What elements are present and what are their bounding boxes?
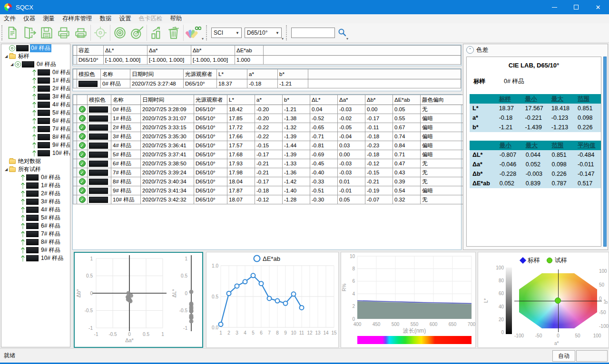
cell: -0.21 <box>255 168 283 177</box>
b-axis-title: b* <box>603 299 609 304</box>
close-button[interactable]: ✕ <box>587 0 609 14</box>
l-axis-tick: 60 <box>492 291 504 296</box>
tree-item[interactable]: 6# 样品 <box>1 222 70 230</box>
search-icon[interactable] <box>338 28 346 38</box>
tree-item[interactable]: ◢标样 <box>1 52 70 60</box>
new-document-button[interactable] <box>4 24 21 42</box>
table-row[interactable]: ✓9# 样品2020/7/25 3:41:34D65/10°17.87-0.18… <box>73 186 463 195</box>
collapse-panel-icon[interactable]: ⌃ <box>466 46 474 54</box>
tree-item[interactable]: 4# 样品 <box>1 101 70 109</box>
tree-item[interactable]: 2# 样品 <box>1 190 70 198</box>
table-row[interactable]: ✓7# 样品2020/7/25 3:39:24D65/10°17.98-0.21… <box>73 168 463 177</box>
calibrate-button[interactable] <box>92 24 109 42</box>
tree-expander-icon[interactable]: ◢ <box>3 167 9 172</box>
panel-scrollbar[interactable] <box>603 57 607 247</box>
print-button[interactable] <box>55 24 72 42</box>
tree-expander-icon[interactable]: ◢ <box>3 54 9 58</box>
measure-sample-button[interactable] <box>128 24 146 42</box>
tree-item[interactable]: 1# 样品 <box>1 77 70 85</box>
svg-text:ΔL*: ΔL* <box>171 288 177 297</box>
arrow-up-icon <box>32 86 37 92</box>
title-bar: SQCX ✕ <box>0 0 609 14</box>
menu-measure[interactable]: 测量 <box>39 14 59 23</box>
tree-item[interactable]: ◢所有试样 <box>1 165 70 173</box>
tree-item[interactable]: 2# 样品 <box>1 85 70 93</box>
minimize-button[interactable] <box>543 0 565 14</box>
menu-instrument[interactable]: 仪器 <box>20 14 39 23</box>
table-row[interactable]: ✓6# 样品2020/7/25 3:38:50D65/10°17.93-0.21… <box>73 159 463 168</box>
color-swatch <box>89 115 108 122</box>
swatch-cell <box>88 177 111 186</box>
tree-item[interactable]: 10# 样品 <box>1 254 70 262</box>
tree-item[interactable]: 3# 样品 <box>1 198 70 206</box>
print-word-button[interactable]: Word <box>72 24 89 42</box>
cell <box>73 186 77 195</box>
diff-cell: b* <box>470 123 496 132</box>
color-card-button[interactable] <box>185 24 202 42</box>
auto-button[interactable]: 自动 <box>552 350 575 362</box>
cell: -0.03 <box>338 168 365 177</box>
illuminant-observer-select[interactable]: D65/10°▼ <box>245 28 282 38</box>
export-button[interactable] <box>21 24 38 42</box>
maximize-button[interactable] <box>565 0 587 14</box>
menu-file[interactable]: 文件 <box>0 14 20 23</box>
tree-item[interactable]: 8# 样品 <box>1 133 70 141</box>
toolbar-overflow-icon[interactable]: ▾ <box>346 37 348 41</box>
tree-item[interactable]: 5# 样品 <box>1 214 70 222</box>
a-axis-tick: -100 <box>512 333 526 338</box>
tree-item[interactable]: 10# 样品 <box>1 149 70 157</box>
tree-item[interactable]: ◢0# 样品 <box>1 60 70 68</box>
table-row[interactable]: ✓0# 样品2020/7/25 3:28:09D65/10°18.42-0.20… <box>73 105 463 114</box>
menu-settings[interactable]: 设置 <box>116 14 135 23</box>
menu-color-card-match[interactable]: 色卡匹检 <box>135 14 167 23</box>
table-row[interactable]: ✓3# 样品2020/7/25 3:35:30D65/10°17.66-0.22… <box>73 132 463 141</box>
tree-item-label: 4# 样品 <box>40 206 61 214</box>
swatch-cell <box>88 168 111 177</box>
tree-expander-icon[interactable]: ◢ <box>9 62 15 67</box>
table-row[interactable]: 0# 样品2020/7/25 3:27:48D65/10°18.37-0.18-… <box>73 79 461 88</box>
tree-item[interactable]: 6# 样品 <box>1 117 70 125</box>
tree-item[interactable]: 3# 样品 <box>1 93 70 101</box>
tree-item[interactable]: 9# 样品 <box>1 246 70 254</box>
sci-mode-select[interactable]: SCI▼ <box>211 28 242 38</box>
table-row[interactable]: ✓4# 样品2020/7/25 3:36:41D65/10°17.57-0.15… <box>73 141 463 150</box>
table-row[interactable]: ✓2# 样品2020/7/25 3:33:15D65/10°17.72-0.22… <box>73 123 463 132</box>
toolbar-overflow-icon[interactable]: ▾ <box>202 37 204 41</box>
tree-item[interactable]: 绝对数据 <box>1 157 70 165</box>
menu-data[interactable]: 数据 <box>96 14 116 23</box>
search-input[interactable] <box>291 28 335 38</box>
save-button[interactable] <box>38 24 55 42</box>
tree-item[interactable]: 0# 样品 <box>1 44 70 52</box>
column-header <box>73 95 77 105</box>
a-axis-tick: 50 <box>571 333 584 338</box>
tree-item[interactable]: 8# 样品 <box>1 238 70 246</box>
tolerance-table: 容差ΔL*Δa*Δb*ΔE*abD65/10°[-1.000, 1.000][-… <box>72 45 462 66</box>
tree-item[interactable]: 7# 样品 <box>1 230 70 238</box>
tree-item[interactable]: 0# 样品 <box>1 68 70 77</box>
tree-item[interactable]: 1# 样品 <box>1 182 70 190</box>
tree-item[interactable]: 9# 样品 <box>1 141 70 149</box>
tree-item[interactable]: 5# 样品 <box>1 109 70 117</box>
table-row[interactable]: ✓8# 样品2020/7/25 3:40:34D65/10°18.04-0.17… <box>73 177 463 186</box>
toolbar-overflow-icon[interactable]: ▾ <box>282 37 284 41</box>
tree-item[interactable]: 7# 样品 <box>1 125 70 133</box>
table-row[interactable]: ✓5# 样品2020/7/25 3:37:41D65/10°17.68-0.17… <box>73 150 463 159</box>
diff-cell: -0.807 <box>497 150 523 160</box>
menu-help[interactable]: 帮助 <box>167 14 186 23</box>
chart-button[interactable] <box>148 24 165 42</box>
tree-item-label: 3# 样品 <box>51 93 70 101</box>
delete-button[interactable] <box>165 24 182 42</box>
tree-item[interactable]: 4# 样品 <box>1 206 70 214</box>
sample-name: 3# 样品 <box>111 132 141 141</box>
tree-item[interactable]: 0# 样品 <box>1 173 70 182</box>
cell: -0.51 <box>310 186 338 195</box>
table-row[interactable]: ✓10# 样品2020/7/25 3:42:32D65/10°18.07-0.1… <box>73 195 463 204</box>
status-cell: ✓ <box>77 150 88 159</box>
diff-cell: -1.21 <box>496 123 522 132</box>
menu-sample-library[interactable]: 存样库管理 <box>59 14 96 23</box>
table-row[interactable]: ✓1# 样品2020/7/25 3:31:07D65/10°17.85-0.20… <box>73 114 463 123</box>
cell: -0.17 <box>255 177 283 186</box>
measure-standard-button[interactable] <box>111 24 128 42</box>
column-header: Δa* <box>338 95 365 105</box>
table-row[interactable]: D65/10°[-1.000, 1.000][-1.000, 1.000][-1… <box>73 56 461 65</box>
